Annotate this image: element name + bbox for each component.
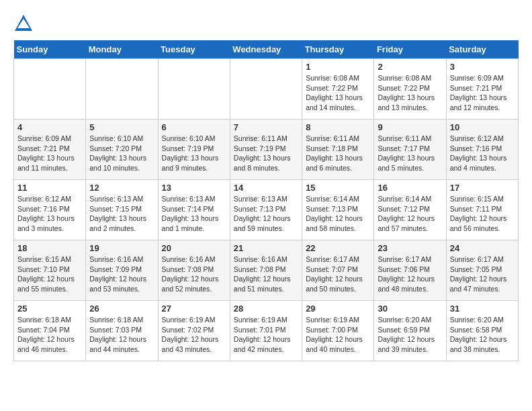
calendar-cell [14, 59, 86, 120]
day-info: Sunrise: 6:08 AM Sunset: 7:22 PM Dayligh… [306, 73, 370, 113]
calendar-week-row: 11Sunrise: 6:12 AM Sunset: 7:16 PM Dayli… [14, 180, 519, 240]
day-number: 12 [89, 183, 154, 193]
day-info: Sunrise: 6:13 AM Sunset: 7:13 PM Dayligh… [234, 194, 298, 234]
day-number: 29 [306, 304, 370, 314]
day-info: Sunrise: 6:11 AM Sunset: 7:17 PM Dayligh… [378, 134, 442, 173]
calendar-cell: 6Sunrise: 6:10 AM Sunset: 7:19 PM Daylig… [158, 120, 230, 180]
calendar-cell: 31Sunrise: 6:20 AM Sunset: 6:58 PM Dayli… [446, 301, 518, 361]
calendar-cell: 19Sunrise: 6:16 AM Sunset: 7:09 PM Dayli… [86, 240, 158, 301]
day-info: Sunrise: 6:16 AM Sunset: 7:08 PM Dayligh… [234, 255, 298, 294]
day-info: Sunrise: 6:12 AM Sunset: 7:16 PM Dayligh… [17, 194, 82, 234]
day-number: 17 [450, 183, 515, 193]
day-info: Sunrise: 6:20 AM Sunset: 6:58 PM Dayligh… [450, 315, 515, 355]
calendar-header-thursday: Thursday [302, 40, 374, 59]
calendar-cell: 1Sunrise: 6:08 AM Sunset: 7:22 PM Daylig… [302, 59, 374, 120]
logo-icon [13, 13, 34, 34]
calendar-cell: 17Sunrise: 6:15 AM Sunset: 7:11 PM Dayli… [446, 180, 518, 240]
day-number: 4 [17, 122, 82, 132]
day-info: Sunrise: 6:11 AM Sunset: 7:18 PM Dayligh… [306, 134, 370, 173]
day-number: 20 [162, 243, 226, 253]
calendar-header-friday: Friday [374, 40, 446, 59]
calendar-cell: 18Sunrise: 6:15 AM Sunset: 7:10 PM Dayli… [14, 240, 86, 301]
calendar-cell: 27Sunrise: 6:19 AM Sunset: 7:02 PM Dayli… [158, 301, 230, 361]
day-info: Sunrise: 6:09 AM Sunset: 7:21 PM Dayligh… [450, 73, 515, 113]
day-number: 25 [17, 304, 82, 314]
calendar-cell: 28Sunrise: 6:19 AM Sunset: 7:01 PM Dayli… [230, 301, 302, 361]
day-number: 22 [306, 243, 370, 253]
day-info: Sunrise: 6:13 AM Sunset: 7:14 PM Dayligh… [162, 194, 226, 234]
calendar-cell: 4Sunrise: 6:09 AM Sunset: 7:21 PM Daylig… [14, 120, 86, 180]
calendar-header-wednesday: Wednesday [230, 40, 302, 59]
calendar-header-row: SundayMondayTuesdayWednesdayThursdayFrid… [14, 40, 519, 59]
calendar-cell: 14Sunrise: 6:13 AM Sunset: 7:13 PM Dayli… [230, 180, 302, 240]
calendar-cell [86, 59, 158, 120]
calendar-cell: 13Sunrise: 6:13 AM Sunset: 7:14 PM Dayli… [158, 180, 230, 240]
day-info: Sunrise: 6:18 AM Sunset: 7:04 PM Dayligh… [17, 315, 82, 355]
calendar-cell: 15Sunrise: 6:14 AM Sunset: 7:13 PM Dayli… [302, 180, 374, 240]
day-info: Sunrise: 6:10 AM Sunset: 7:19 PM Dayligh… [162, 134, 226, 173]
calendar-cell: 23Sunrise: 6:17 AM Sunset: 7:06 PM Dayli… [374, 240, 446, 301]
day-info: Sunrise: 6:17 AM Sunset: 7:07 PM Dayligh… [306, 255, 370, 294]
day-info: Sunrise: 6:20 AM Sunset: 6:59 PM Dayligh… [378, 315, 442, 355]
page-header [13, 13, 519, 34]
day-info: Sunrise: 6:19 AM Sunset: 7:00 PM Dayligh… [306, 315, 370, 355]
calendar-header-saturday: Saturday [446, 40, 518, 59]
day-number: 21 [234, 243, 298, 253]
day-number: 30 [378, 304, 442, 314]
day-number: 13 [162, 183, 226, 193]
calendar-header-tuesday: Tuesday [158, 40, 230, 59]
day-number: 23 [378, 243, 442, 253]
day-number: 24 [450, 243, 515, 253]
calendar-cell: 29Sunrise: 6:19 AM Sunset: 7:00 PM Dayli… [302, 301, 374, 361]
day-info: Sunrise: 6:10 AM Sunset: 7:20 PM Dayligh… [89, 134, 154, 173]
day-number: 7 [234, 122, 298, 132]
day-number: 10 [450, 122, 515, 132]
day-info: Sunrise: 6:16 AM Sunset: 7:09 PM Dayligh… [89, 255, 154, 294]
calendar-cell: 10Sunrise: 6:12 AM Sunset: 7:16 PM Dayli… [446, 120, 518, 180]
calendar-header-sunday: Sunday [14, 40, 86, 59]
calendar-cell: 22Sunrise: 6:17 AM Sunset: 7:07 PM Dayli… [302, 240, 374, 301]
day-info: Sunrise: 6:19 AM Sunset: 7:02 PM Dayligh… [162, 315, 226, 355]
day-info: Sunrise: 6:13 AM Sunset: 7:15 PM Dayligh… [89, 194, 154, 234]
day-number: 11 [17, 183, 82, 193]
calendar-week-row: 4Sunrise: 6:09 AM Sunset: 7:21 PM Daylig… [14, 120, 519, 180]
calendar-cell [230, 59, 302, 120]
calendar-week-row: 1Sunrise: 6:08 AM Sunset: 7:22 PM Daylig… [14, 59, 519, 120]
calendar-cell [158, 59, 230, 120]
day-number: 19 [89, 243, 154, 253]
day-info: Sunrise: 6:16 AM Sunset: 7:08 PM Dayligh… [162, 255, 226, 294]
calendar-cell: 12Sunrise: 6:13 AM Sunset: 7:15 PM Dayli… [86, 180, 158, 240]
calendar-cell: 26Sunrise: 6:18 AM Sunset: 7:03 PM Dayli… [86, 301, 158, 361]
day-info: Sunrise: 6:15 AM Sunset: 7:10 PM Dayligh… [17, 255, 82, 294]
calendar-week-row: 18Sunrise: 6:15 AM Sunset: 7:10 PM Dayli… [14, 240, 519, 301]
calendar-table: SundayMondayTuesdayWednesdayThursdayFrid… [13, 40, 519, 361]
day-info: Sunrise: 6:17 AM Sunset: 7:06 PM Dayligh… [378, 255, 442, 294]
day-info: Sunrise: 6:14 AM Sunset: 7:12 PM Dayligh… [378, 194, 442, 234]
calendar-cell: 21Sunrise: 6:16 AM Sunset: 7:08 PM Dayli… [230, 240, 302, 301]
day-number: 15 [306, 183, 370, 193]
calendar-cell: 5Sunrise: 6:10 AM Sunset: 7:20 PM Daylig… [86, 120, 158, 180]
day-number: 1 [306, 62, 370, 72]
day-info: Sunrise: 6:08 AM Sunset: 7:22 PM Dayligh… [378, 73, 442, 113]
calendar-cell: 11Sunrise: 6:12 AM Sunset: 7:16 PM Dayli… [14, 180, 86, 240]
day-number: 6 [162, 122, 226, 132]
day-number: 27 [162, 304, 226, 314]
calendar-cell: 3Sunrise: 6:09 AM Sunset: 7:21 PM Daylig… [446, 59, 518, 120]
day-info: Sunrise: 6:11 AM Sunset: 7:19 PM Dayligh… [234, 134, 298, 173]
day-info: Sunrise: 6:18 AM Sunset: 7:03 PM Dayligh… [89, 315, 154, 355]
day-number: 28 [234, 304, 298, 314]
day-number: 2 [378, 62, 442, 72]
day-number: 3 [450, 62, 515, 72]
calendar-cell: 30Sunrise: 6:20 AM Sunset: 6:59 PM Dayli… [374, 301, 446, 361]
logo [13, 13, 36, 34]
day-info: Sunrise: 6:17 AM Sunset: 7:05 PM Dayligh… [450, 255, 515, 294]
day-info: Sunrise: 6:19 AM Sunset: 7:01 PM Dayligh… [234, 315, 298, 355]
calendar-cell: 20Sunrise: 6:16 AM Sunset: 7:08 PM Dayli… [158, 240, 230, 301]
day-number: 16 [378, 183, 442, 193]
day-number: 8 [306, 122, 370, 132]
day-number: 5 [89, 122, 154, 132]
day-info: Sunrise: 6:15 AM Sunset: 7:11 PM Dayligh… [450, 194, 515, 234]
day-number: 14 [234, 183, 298, 193]
calendar-week-row: 25Sunrise: 6:18 AM Sunset: 7:04 PM Dayli… [14, 301, 519, 361]
calendar-header-monday: Monday [86, 40, 158, 59]
